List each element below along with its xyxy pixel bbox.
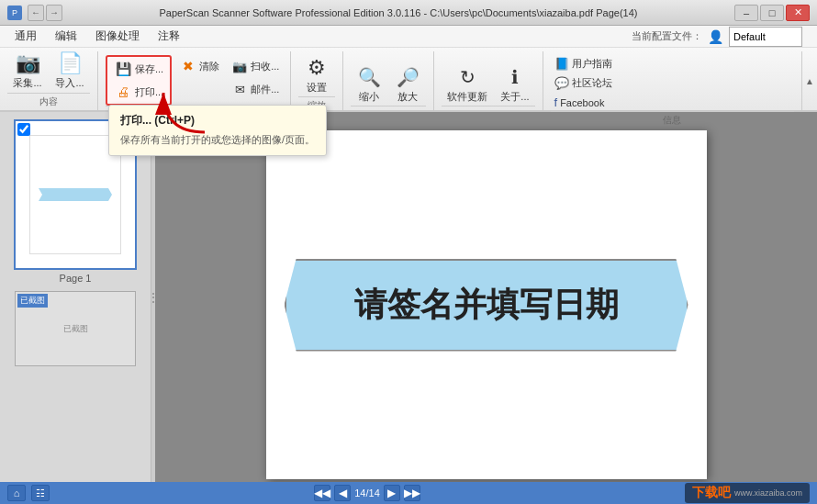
nav-forward-btn[interactable]: → [46, 5, 62, 21]
settings-btn[interactable]: ⚙ 设置 [298, 53, 335, 96]
ribbon-section-update: ↻ 软件更新 ℹ 关于... [434, 51, 543, 110]
user-guide-label: 用户指南 [572, 57, 612, 71]
import-btn[interactable]: 📄 导入... [50, 49, 90, 92]
about-btn[interactable]: ℹ 关于... [495, 62, 534, 106]
menu-bar: 通用 编辑 图像处理 注释 当前配置文件： 👤 Default [0, 26, 817, 48]
facebook-icon: f [554, 95, 558, 109]
ribbon-collapse-btn[interactable]: ▲ [802, 51, 817, 110]
update-section-label [442, 106, 534, 110]
nav-back-btn[interactable]: ← [28, 5, 44, 21]
facebook-btn[interactable]: f Facebook [551, 94, 616, 111]
ribbon-section-capture: 📷 采集... 📄 导入... 内容 [0, 51, 98, 110]
thumb-wrapper-2[interactable]: 已截图 已截图 [15, 291, 136, 366]
menu-edit[interactable]: 编辑 [48, 27, 84, 46]
menu-image-process[interactable]: 图像处理 [88, 27, 147, 46]
scan-small-icon: 📷 [230, 57, 249, 75]
status-home-btn[interactable]: ⌂ [7, 485, 26, 501]
thumb-checkbox-1[interactable] [17, 123, 30, 136]
title-bar-left: P ← → [7, 5, 62, 21]
title-bar: P ← → PaperScan Scanner Software Profess… [0, 0, 817, 26]
tooltip: 打印... (Ctrl+P) 保存所有当前打开的或您选择的图像/页面。 [108, 105, 327, 156]
clear-btn[interactable]: ✖ 清除 [175, 55, 223, 77]
save-label: 保存... [135, 62, 163, 76]
settings-icon: ⚙ [304, 55, 330, 81]
menu-annotation[interactable]: 注释 [151, 27, 187, 46]
ribbon-section-zoom: 🔍 缩小 🔎 放大 [343, 51, 434, 110]
maximize-btn[interactable]: □ [760, 5, 784, 21]
print-icon: 🖨 [114, 83, 132, 101]
sign-banner: 请签名并填写日期 [285, 259, 688, 352]
email-btn[interactable]: ✉ 邮件... [227, 78, 283, 100]
prev-page-btn[interactable]: ◀ [334, 485, 351, 501]
about-label: 关于... [500, 90, 529, 104]
ribbon-section-info: 📘 用户指南 💬 社区论坛 f Facebook 信息 [543, 51, 802, 110]
status-grid-btn[interactable]: ☷ [31, 485, 50, 501]
zoom-in-btn[interactable]: 🔎 放大 [389, 62, 426, 106]
thumbnail-panel: Page 1 已截图 已截图 [0, 112, 151, 482]
config-select[interactable]: Default [729, 27, 802, 47]
menu-general[interactable]: 通用 [7, 27, 44, 46]
clear-icon: ✖ [179, 57, 197, 75]
forum-btn[interactable]: 💬 社区论坛 [551, 74, 616, 92]
watermark-text: 下载吧 [692, 485, 731, 501]
save-icon: 💾 [114, 60, 132, 78]
chat-icon: 💬 [554, 76, 569, 90]
watermark-badge: 下载吧 www.xiazaiba.com [685, 483, 810, 503]
page-info: 14/14 [354, 487, 380, 498]
import-label: 导入... [55, 76, 84, 90]
user-guide-btn[interactable]: 📘 用户指南 [551, 55, 616, 73]
thumb-item-2[interactable]: 已截图 已截图 [7, 291, 143, 366]
update-btn[interactable]: ↻ 软件更新 [442, 62, 493, 106]
update-label: 软件更新 [447, 90, 487, 104]
tooltip-title: 打印... (Ctrl+P) [120, 113, 315, 129]
window-controls: – □ ✕ [734, 5, 810, 21]
sign-text: 请签名并填写日期 [354, 283, 619, 328]
watermark-url: www.xiazaiba.com [734, 488, 802, 498]
app-icon: P [7, 6, 22, 20]
update-icon: ↻ [454, 64, 480, 90]
page-navigation: ◀◀ ◀ 14/14 ▶ ▶▶ [314, 485, 420, 501]
tooltip-description: 保存所有当前打开的或您选择的图像/页面。 [120, 132, 315, 148]
zoom-section-label [351, 106, 426, 110]
title-text: PaperScan Scanner Software Professional … [62, 7, 734, 18]
zoom-in-label: 放大 [397, 90, 418, 104]
forum-label: 社区论坛 [572, 76, 612, 90]
arrow-indicator [154, 88, 209, 134]
capture-btn[interactable]: 📷 采集... [7, 49, 48, 92]
tag-label-2: 已截图 [17, 294, 48, 308]
config-label: 当前配置文件： [632, 29, 702, 43]
zoom-out-icon: 🔍 [356, 64, 382, 90]
book-icon: 📘 [554, 57, 569, 71]
close-btn[interactable]: ✕ [786, 5, 810, 21]
document-view: 请签名并填写日期 [155, 112, 817, 482]
save-btn[interactable]: 💾 保存... [108, 58, 169, 80]
last-page-btn[interactable]: ▶▶ [404, 485, 420, 501]
scan-label: 扫收... [251, 60, 279, 73]
next-page-btn[interactable]: ▶ [384, 485, 400, 501]
clear-label: 清除 [199, 60, 219, 73]
scan-btn[interactable]: 📷 扫收... [227, 55, 283, 77]
user-icon: 👤 [708, 29, 723, 44]
first-page-btn[interactable]: ◀◀ [314, 485, 330, 501]
ribbon-section-settings: ⚙ 设置 缩放 [291, 51, 343, 110]
email-label: 邮件... [251, 83, 279, 96]
thumb-label-1: Page 1 [60, 273, 92, 284]
capture-section-label: 内容 [7, 93, 90, 110]
info-section-label: 信息 [551, 111, 794, 129]
status-bar: ⌂ ☷ ◀◀ ◀ 14/14 ▶ ▶▶ 下载吧 www.xiazaiba.com [0, 482, 817, 504]
about-icon: ℹ [502, 64, 528, 90]
status-right: 下载吧 www.xiazaiba.com [685, 483, 810, 503]
settings-label: 设置 [307, 81, 327, 95]
document-page: 请签名并填写日期 [266, 130, 707, 479]
ribbon: 📷 采集... 📄 导入... 内容 💾 保存... [0, 48, 817, 112]
zoom-out-label: 缩小 [359, 90, 379, 104]
import-icon: 📄 [57, 50, 83, 76]
title-nav: ← → [28, 5, 62, 21]
zoom-out-btn[interactable]: 🔍 缩小 [351, 62, 387, 106]
capture-icon: 📷 [15, 50, 40, 76]
email-icon: ✉ [230, 80, 249, 98]
minimize-btn[interactable]: – [734, 5, 758, 21]
facebook-label: Facebook [560, 97, 604, 108]
main-area: Page 1 已截图 已截图 ⋮ 请签名并填写日期 [0, 112, 817, 482]
zoom-in-icon: 🔎 [395, 64, 420, 90]
